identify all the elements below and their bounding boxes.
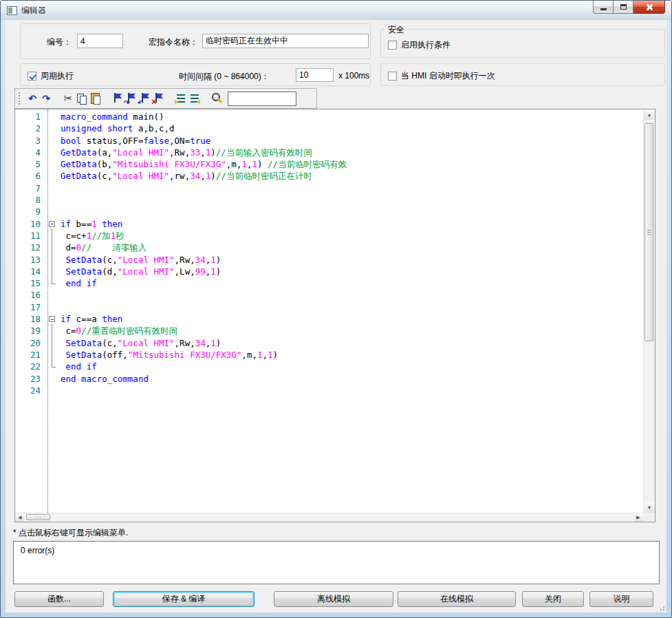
save-compile-button[interactable]: 保存 & 编译 — [113, 591, 254, 607]
code-line[interactable]: 5GetData(b,"Mitsubishi FX3U/FX3G",m,1,1)… — [15, 158, 643, 170]
interval-input[interactable] — [296, 68, 334, 82]
macro-id-input[interactable] — [77, 34, 123, 48]
startup-row: 当 HMI 启动时即执行一次 — [388, 70, 495, 82]
scroll-left-button[interactable]: ◀ — [15, 513, 25, 522]
horizontal-scroll-thumb[interactable] — [26, 514, 50, 520]
line-number: 20 — [15, 337, 45, 349]
fold-margin — [45, 170, 61, 182]
window-title: 编辑器 — [21, 5, 46, 17]
code-line[interactable]: 6GetData(c,"Local HMI",rw,34,1)//当前临时密码正… — [15, 170, 643, 182]
bookmark-next-icon[interactable]: ↷ — [124, 92, 138, 105]
code-line[interactable]: 7 — [15, 182, 643, 194]
code-text: GetData(b,"Mitsubishi FX3U/FX3G",m,1,1) … — [61, 158, 347, 170]
fold-end-marker — [45, 277, 61, 289]
outline-list-icon[interactable] — [188, 92, 202, 105]
fold-margin — [45, 301, 61, 313]
fold-start-marker[interactable] — [45, 313, 61, 325]
enable-condition-checkbox[interactable] — [388, 41, 397, 50]
bookmark-toggle-icon[interactable] — [111, 92, 124, 105]
fold-mid-marker — [45, 349, 61, 361]
offline-simulation-button[interactable]: 离线模拟 — [274, 591, 393, 607]
code-line[interactable]: 12 d=0// 清零输入 — [15, 242, 643, 253]
code-line[interactable]: 10if b==1 then — [15, 218, 643, 230]
help-button[interactable]: 说明 — [589, 591, 653, 607]
line-number: 5 — [15, 158, 45, 170]
fold-start-marker[interactable] — [45, 218, 61, 230]
redo-icon[interactable] — [39, 92, 53, 105]
code-text: end if — [61, 361, 97, 372]
line-number: 23 — [15, 373, 45, 385]
code-line[interactable]: 17 — [15, 301, 643, 313]
code-line[interactable]: 23end macro_command — [15, 373, 643, 385]
code-line[interactable]: 20 SetData(c,"Local HMI",Rw,34,1) — [15, 337, 643, 349]
code-view[interactable]: 1macro_command main()2unsigned short a,b… — [15, 109, 643, 513]
fold-mid-marker — [45, 242, 61, 253]
copy-icon[interactable] — [75, 92, 89, 105]
scroll-right-button[interactable]: ▶ — [633, 513, 643, 522]
close-button[interactable]: 关闭 — [522, 591, 584, 607]
fold-margin — [45, 289, 61, 301]
line-number: 24 — [15, 385, 45, 396]
code-line[interactable]: 14 SetData(d,"Local HMI",Lw,99,1) — [15, 266, 643, 277]
right-click-hint: * 点击鼠标右键可显示编辑菜单. — [13, 527, 128, 539]
periodic-checkbox[interactable] — [28, 72, 36, 81]
compile-output-box[interactable]: 0 error(s) — [13, 541, 660, 584]
maximize-button[interactable] — [614, 1, 633, 14]
fold-mid-marker — [45, 337, 61, 349]
code-line[interactable]: 1macro_command main() — [15, 111, 643, 122]
startup-label: 当 HMI 启动时即执行一次 — [401, 70, 495, 82]
online-simulation-button[interactable]: 在线模拟 — [398, 591, 516, 607]
code-line[interactable]: 18if c==a then — [15, 313, 643, 325]
find-replace-icon[interactable] — [210, 92, 224, 105]
code-line[interactable]: 4GetData(a,"Local HMI",Rw,33,1)//当前输入密码有… — [15, 147, 643, 158]
fold-end-marker — [45, 361, 61, 372]
fold-collapse-box[interactable] — [49, 316, 55, 322]
interval-unit-label: x 100ms — [338, 71, 369, 81]
line-number: 19 — [15, 325, 45, 337]
code-text: d=0// 清零输入 — [61, 242, 147, 253]
bookmark-list-icon[interactable] — [174, 92, 188, 105]
code-line[interactable]: 2unsigned short a,b,c,d — [15, 122, 643, 134]
paste-icon[interactable] — [89, 92, 102, 105]
close-window-button[interactable] — [633, 1, 665, 14]
fold-margin — [45, 194, 61, 206]
function-button[interactable]: 函数... — [14, 591, 104, 607]
code-line[interactable]: 15 end if — [15, 277, 643, 289]
cut-icon[interactable] — [61, 92, 75, 105]
code-line[interactable]: 11 c=c+1//加1秒 — [15, 230, 643, 242]
scroll-down-button[interactable]: ▼ — [644, 502, 655, 513]
code-text: SetData(d,"Local HMI",Lw,99,1) — [61, 266, 221, 277]
fold-mid-marker — [45, 230, 61, 242]
toolbar-grip[interactable] — [19, 92, 22, 105]
minimize-button[interactable] — [593, 1, 614, 14]
title-bar[interactable]: 编辑器 — [1, 1, 671, 20]
toolbar-search-input[interactable] — [228, 92, 296, 106]
fold-collapse-box[interactable] — [49, 221, 55, 227]
code-text: GetData(c,"Local HMI",rw,34,1)//当前临时密码正在… — [61, 170, 312, 182]
code-line[interactable]: 22 end if — [15, 361, 643, 372]
code-text: end macro_command — [61, 373, 149, 385]
code-line[interactable]: 8 — [15, 194, 643, 206]
fold-mid-marker — [45, 254, 61, 266]
code-line[interactable]: 3bool status,OFF=false,ON=true — [15, 135, 643, 147]
startup-checkbox[interactable] — [388, 72, 397, 81]
code-line[interactable]: 13 SetData(c,"Local HMI",Rw,34,1) — [15, 254, 643, 266]
scroll-up-button[interactable]: ▲ — [644, 109, 655, 120]
code-text: c=0//重置临时密码有效时间 — [61, 325, 177, 337]
code-line[interactable]: 24 — [15, 385, 643, 396]
resize-grip[interactable] — [657, 603, 665, 611]
fold-margin — [45, 182, 61, 194]
code-line[interactable]: 9 — [15, 206, 643, 217]
undo-icon[interactable] — [25, 92, 39, 105]
code-editor: 1macro_command main()2unsigned short a,b… — [14, 109, 655, 522]
vertical-scroll-thumb[interactable] — [644, 123, 653, 341]
bookmark-prev-icon[interactable]: ↶ — [138, 92, 152, 105]
line-number: 18 — [15, 313, 45, 325]
code-line[interactable]: 21 SetData(off,"Mitsubishi FX3U/FX3G",m,… — [15, 349, 643, 361]
bookmark-clear-icon[interactable]: × — [152, 92, 166, 105]
macro-name-input[interactable] — [202, 34, 369, 48]
horizontal-scrollbar[interactable]: ◀ ▶ — [15, 513, 643, 522]
code-line[interactable]: 16 — [15, 289, 643, 301]
vertical-scrollbar[interactable]: ▲ ▼ — [643, 109, 655, 513]
code-line[interactable]: 19 c=0//重置临时密码有效时间 — [15, 325, 643, 337]
